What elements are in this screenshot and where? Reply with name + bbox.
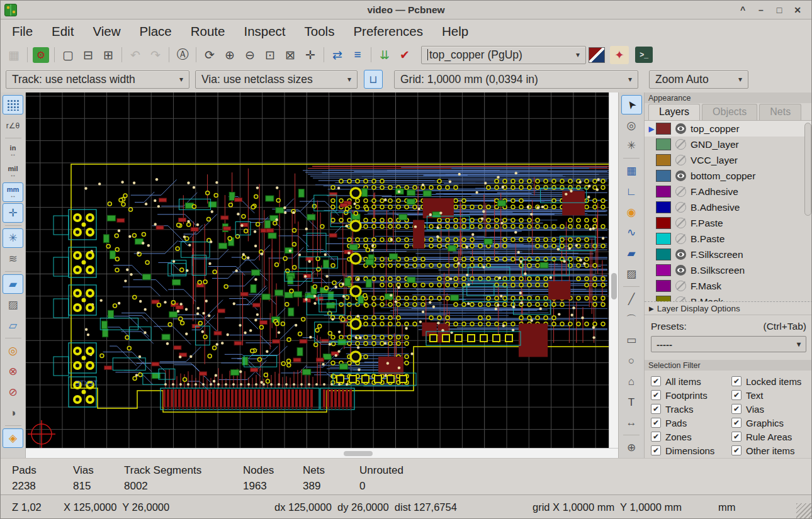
layer-row-top_copper[interactable]: ▶top_copper (645, 121, 812, 137)
layer-row-GND_layer[interactable]: GND_layer (645, 137, 812, 152)
layer-visible-eye-icon[interactable] (675, 249, 686, 260)
track-width-select[interactable]: Track: use netclass width ▾ (6, 70, 189, 89)
tab-layers[interactable]: Layers (648, 104, 700, 120)
layer-list-scrollbar[interactable] (804, 123, 811, 299)
filter-footprints[interactable]: ✔Footprints (651, 388, 731, 402)
minimize-button[interactable]: – (755, 5, 767, 15)
checkbox-icon[interactable]: ✔ (651, 445, 661, 455)
layer-hidden-eye-icon[interactable] (675, 281, 686, 291)
layer-row-B.Paste[interactable]: B.Paste (645, 231, 812, 247)
checkbox-icon[interactable]: ✔ (731, 445, 742, 455)
tab-nets[interactable]: Nets (759, 104, 801, 120)
units-mm-button[interactable]: mm↔ (3, 182, 23, 202)
board-setup-button[interactable]: ⚙ (31, 46, 50, 64)
route-tracks-button[interactable]: ∟ (621, 182, 642, 201)
add-text-button[interactable]: T (621, 393, 642, 412)
layer-visible-eye-icon[interactable] (675, 123, 686, 134)
find-button[interactable]: Ⓐ (173, 46, 192, 64)
update-pcb-from-schematic-button[interactable]: ⇄ (328, 46, 347, 64)
grid-select[interactable]: Grid: 1,0000 mm (0,0394 in) ▾ (394, 70, 638, 89)
checkbox-icon[interactable]: ✔ (651, 390, 661, 400)
footprint-library-browser-button[interactable]: ≡ (348, 46, 367, 64)
refresh-button[interactable]: ⟳ (200, 46, 219, 64)
layer-row-B.Mask[interactable]: B.Mask (645, 294, 812, 301)
filter-tracks[interactable]: ✔Tracks (651, 402, 731, 416)
layer-color-swatch[interactable] (656, 233, 671, 245)
zones-filled-button[interactable]: ▰ (3, 274, 23, 294)
close-button[interactable]: ✕ (791, 5, 804, 15)
checkbox-icon[interactable]: ✔ (731, 418, 742, 428)
zoom-fit-objects-button[interactable]: ⊠ (281, 46, 300, 64)
menu-preferences[interactable]: Preferences (344, 22, 432, 41)
add-arc-button[interactable]: ⌒ (621, 310, 642, 330)
add-circle-button[interactable]: ○ (621, 351, 642, 371)
layer-row-B.Silkscreen[interactable]: B.Silkscreen (645, 262, 812, 278)
checkbox-icon[interactable]: ✔ (651, 376, 661, 386)
layer-row-F.Paste[interactable]: F.Paste (645, 215, 812, 231)
add-dimension-button[interactable]: ↔ (621, 413, 642, 432)
ratsnest-curved-button[interactable]: ≋ (3, 249, 23, 269)
layer-hidden-eye-icon[interactable] (675, 155, 686, 165)
units-mils-button[interactable]: mil↔ (3, 162, 23, 181)
redo-button[interactable]: ↷ (146, 46, 165, 64)
grid-visibility-button[interactable] (3, 95, 23, 114)
layer-hidden-eye-icon[interactable] (675, 296, 686, 301)
add-via-button[interactable]: ◉ (621, 203, 642, 222)
plot-button[interactable]: ⊞ (99, 46, 118, 64)
resize-grip[interactable] (796, 503, 811, 518)
canvas-vertical-scrollbar[interactable] (609, 92, 618, 448)
vias-sketch-mode-button[interactable]: ⊗ (3, 362, 23, 381)
high-contrast-mode-button[interactable]: ◑ (3, 403, 23, 423)
layer-hidden-eye-icon[interactable] (675, 218, 686, 228)
polar-coordinates-button[interactable]: r∠θ (3, 116, 23, 135)
layer-color-swatch[interactable] (656, 280, 671, 292)
interactive-router-settings-button[interactable]: ✦ (610, 46, 629, 64)
zones-outline-only-button[interactable]: ▨ (3, 295, 23, 315)
filter-dimensions[interactable]: ✔Dimensions (651, 444, 731, 457)
select-tool-button[interactable]: ➤ (621, 95, 642, 114)
print-button[interactable]: ⊟ (79, 46, 98, 64)
layer-row-F.Mask[interactable]: F.Mask (645, 278, 812, 294)
zoom-fit-page-button[interactable]: ⊡ (261, 46, 279, 64)
zoom-select[interactable]: Zoom Auto ▾ (649, 70, 748, 89)
layer-list-scroll-thumb[interactable] (804, 123, 811, 216)
zones-no-fill-button[interactable]: ▱ (3, 316, 23, 335)
layer-display-options[interactable]: ▶ Layer Display Options (645, 301, 812, 315)
layer-hidden-eye-icon[interactable] (675, 202, 686, 213)
menu-route[interactable]: Route (181, 22, 235, 41)
highlight-net-button[interactable]: ◎ (621, 116, 642, 135)
tracks-sketch-mode-button[interactable]: ⊘ (3, 382, 23, 402)
layer-color-swatch[interactable] (656, 296, 671, 301)
layer-hidden-eye-icon[interactable] (675, 139, 686, 150)
menu-inspect[interactable]: Inspect (234, 22, 295, 41)
filter-zones[interactable]: ✔Zones (651, 430, 731, 444)
layer-row-B.Adhesive[interactable]: B.Adhesive (645, 199, 812, 215)
local-ratsnest-button[interactable]: ✳ (621, 137, 642, 156)
zoom-selection-button[interactable]: ✛ (301, 46, 320, 64)
layer-color-swatch[interactable] (656, 154, 671, 166)
menu-place[interactable]: Place (130, 22, 181, 41)
zoom-in-button[interactable]: ⊕ (220, 46, 239, 64)
page-settings-button[interactable]: ▢ (59, 46, 77, 64)
menu-edit[interactable]: Edit (42, 22, 83, 41)
horizontal-scroll-thumb[interactable] (344, 451, 373, 456)
add-rectangle-button[interactable]: ▭ (621, 330, 642, 350)
add-filled-zone-button[interactable]: ▰ (621, 243, 642, 263)
layer-pair-indicator[interactable] (589, 47, 605, 63)
layer-row-F.Silkscreen[interactable]: F.Silkscreen (645, 247, 812, 262)
canvas-horizontal-scrollbar[interactable] (26, 448, 618, 458)
checkbox-icon[interactable]: ✔ (651, 404, 661, 414)
via-size-select[interactable]: Via: use netclass sizes ▾ (195, 70, 358, 89)
vertical-scroll-thumb[interactable] (611, 273, 617, 299)
place-footprint-button[interactable]: ▦ (621, 161, 642, 181)
menu-view[interactable]: View (83, 22, 130, 41)
layer-color-swatch[interactable] (656, 201, 671, 213)
filter-all-items[interactable]: ✔All items (651, 374, 731, 388)
add-line-button[interactable]: ╱ (621, 289, 642, 309)
pads-sketch-mode-button[interactable]: ◎ (3, 341, 23, 360)
add-polygon-button[interactable]: ⌂ (621, 372, 642, 391)
set-drill-origin-button[interactable]: ⊕ (621, 438, 642, 457)
layers-manager-toggle-button[interactable]: ◈ (3, 428, 23, 448)
filter-graphics[interactable]: ✔Graphics (731, 416, 812, 430)
cursor-full-crosshair-button[interactable]: ✛ (3, 203, 23, 223)
